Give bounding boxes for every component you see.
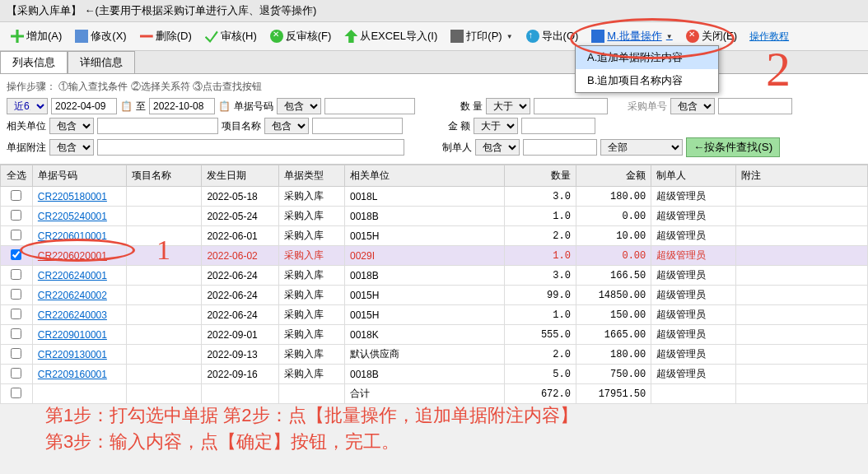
table-row[interactable]: CR22060200012022-06-02采购入库0029I1.00.00超级… <box>1 246 868 266</box>
col-docno[interactable]: 单据号码 <box>32 165 126 187</box>
menu-append-note[interactable]: A.追加单据附注内容 <box>576 46 718 69</box>
col-select[interactable]: 全选 <box>1 165 33 187</box>
check-icon <box>205 30 218 43</box>
table-row[interactable]: CR22062400022022-06-24采购入库0015H99.014850… <box>1 286 868 305</box>
date-from-input[interactable] <box>51 98 117 114</box>
annotation-number-2: 2 <box>766 41 791 98</box>
vendor-input[interactable] <box>97 118 218 134</box>
col-qty[interactable]: 数量 <box>505 165 576 187</box>
maker-all-select[interactable]: 全部 <box>600 139 683 156</box>
chevron-down-icon: ▼ <box>666 33 673 40</box>
calendar-icon[interactable]: 📋 <box>218 100 231 112</box>
row-checkbox[interactable] <box>11 249 21 260</box>
row-checkbox[interactable] <box>11 269 21 280</box>
col-maker[interactable]: 制单人 <box>651 165 736 187</box>
close-icon <box>686 30 699 43</box>
annotation-step3: 第3步：输入内容，点【确定】按钮，完工。 <box>45 430 399 454</box>
annotation-number-1: 1 <box>156 235 170 266</box>
vendor-op-select[interactable]: 包含 <box>49 118 94 134</box>
date-to-input[interactable] <box>149 98 215 114</box>
docno-link[interactable]: CR2209130001 <box>38 349 107 360</box>
table-row[interactable]: CR22091300012022-09-13采购入库默认供应商2.0180.00… <box>1 345 868 365</box>
export-icon <box>526 30 539 43</box>
menu-append-project[interactable]: B.追加项目名称内容 <box>576 69 718 92</box>
maker-input[interactable] <box>523 139 597 156</box>
edit-icon <box>75 30 88 43</box>
filter-hint: 操作步骤： ①输入查找条件 ②选择关系符 ③点击查找按钮 <box>7 77 861 96</box>
minus-icon <box>140 30 153 43</box>
col-type[interactable]: 单据类型 <box>279 165 345 187</box>
note-input[interactable] <box>97 139 404 156</box>
table-row[interactable]: CR22090100012022-09-01采购入库0018K555.01665… <box>1 325 868 345</box>
docno-op-select[interactable]: 包含 <box>277 98 321 114</box>
col-note[interactable]: 附注 <box>736 165 868 187</box>
table-row[interactable]: CR22062400032022-06-24采购入库0015H1.0150.00… <box>1 305 868 325</box>
amt-op-select[interactable]: 大于 <box>474 118 518 134</box>
row-checkbox[interactable] <box>11 289 21 300</box>
po-input[interactable] <box>718 98 792 114</box>
tab-list[interactable]: 列表信息 <box>0 51 68 73</box>
audit-button[interactable]: 审核(H) <box>199 26 263 47</box>
close-button[interactable]: 关闭(E) <box>680 26 743 47</box>
docno-link[interactable]: CR2209160001 <box>38 369 107 380</box>
table-row[interactable]: CR22060100012022-06-01采购入库0015H2.010.00超… <box>1 226 868 246</box>
note-op-select[interactable]: 包含 <box>49 139 94 156</box>
row-checkbox[interactable] <box>11 368 21 379</box>
table-row[interactable]: CR22091600012022-09-16采购入库0018B5.0750.00… <box>1 365 868 384</box>
docno-input[interactable] <box>324 98 415 114</box>
data-grid: 全选 单据号码 项目名称 发生日期 单据类型 相关单位 数量 金额 制单人 附注… <box>0 165 868 404</box>
docno-link[interactable]: CR2205240001 <box>38 211 107 222</box>
po-op-select[interactable]: 包含 <box>670 98 715 114</box>
window-title: 【采购入库单】 ←(主要用于根据采购订单进行入库、退货等操作) <box>0 0 868 22</box>
docno-link[interactable]: CR2205180001 <box>38 191 107 202</box>
qty-input[interactable] <box>534 98 608 114</box>
filter-panel: 操作步骤： ①输入查找条件 ②选择关系符 ③点击查找按钮 近6月 📋 至 📋 单… <box>0 74 868 165</box>
plus-icon <box>11 30 24 43</box>
row-checkbox[interactable] <box>11 309 21 319</box>
printer-icon <box>450 30 464 43</box>
unaudit-button[interactable]: 反审核(F) <box>264 26 338 47</box>
batch-button[interactable]: M.批量操作▼ <box>586 26 678 47</box>
col-amt[interactable]: 金额 <box>576 165 651 187</box>
docno-link[interactable]: CR2206020001 <box>38 250 107 262</box>
docno-link[interactable]: CR2206240002 <box>38 290 107 301</box>
row-checkbox[interactable] <box>11 190 21 201</box>
docno-link[interactable]: CR2206240001 <box>38 270 107 281</box>
col-date[interactable]: 发生日期 <box>202 165 279 187</box>
total-row: 合计672.017951.50 <box>1 384 868 404</box>
docno-link[interactable]: CR2209010001 <box>38 329 107 341</box>
tab-detail[interactable]: 详细信息 <box>68 51 135 73</box>
chevron-down-icon: ▼ <box>506 33 513 40</box>
table-row[interactable]: CR22062400012022-06-24采购入库0018B3.0166.50… <box>1 266 868 286</box>
col-project[interactable]: 项目名称 <box>127 165 202 187</box>
edit-button[interactable]: 修改(X) <box>69 26 132 47</box>
maker-op-select[interactable]: 包含 <box>475 139 520 156</box>
batch-icon <box>591 30 604 43</box>
proj-op-select[interactable]: 包含 <box>264 118 309 134</box>
row-checkbox[interactable] <box>11 328 21 339</box>
batch-dropdown-menu: A.追加单据附注内容 B.追加项目名称内容 <box>575 45 719 93</box>
qty-op-select[interactable]: 大于 <box>486 98 530 114</box>
row-checkbox[interactable] <box>11 210 21 221</box>
add-button[interactable]: 增加(A) <box>5 26 68 47</box>
calendar-icon[interactable]: 📋 <box>120 100 133 112</box>
table-row[interactable]: CR22051800012022-05-18采购入库0018L3.0180.00… <box>1 187 868 207</box>
export-button[interactable]: 导出(O) <box>520 26 585 47</box>
uncheck-icon <box>270 30 283 43</box>
tab-bar: 列表信息 详细信息 <box>0 51 868 74</box>
amt-input[interactable] <box>521 118 595 134</box>
table-row[interactable]: CR22052400012022-05-24采购入库0018B1.00.00超级… <box>1 207 868 226</box>
search-button[interactable]: ←按条件查找(S) <box>686 137 780 157</box>
row-checkbox[interactable] <box>11 348 21 359</box>
delete-button[interactable]: 删除(D) <box>134 26 198 47</box>
print-button[interactable]: 打印(P)▼ <box>445 26 518 47</box>
period-select[interactable]: 近6月 <box>7 98 48 114</box>
excel-import-button[interactable]: 从EXCEL导入(I) <box>338 26 443 47</box>
docno-link[interactable]: CR2206240003 <box>38 309 107 321</box>
annotation-step12: 第1步：打勾选中单据 第2步：点【批量操作，追加单据附注内容】 <box>45 403 578 428</box>
docno-link[interactable]: CR2206010001 <box>38 230 107 242</box>
col-vendor[interactable]: 相关单位 <box>344 165 504 187</box>
proj-input[interactable] <box>312 118 403 134</box>
toolbar: 增加(A) 修改(X) 删除(D) 审核(H) 反审核(F) 从EXCEL导入(… <box>0 22 868 51</box>
row-checkbox[interactable] <box>11 230 21 240</box>
